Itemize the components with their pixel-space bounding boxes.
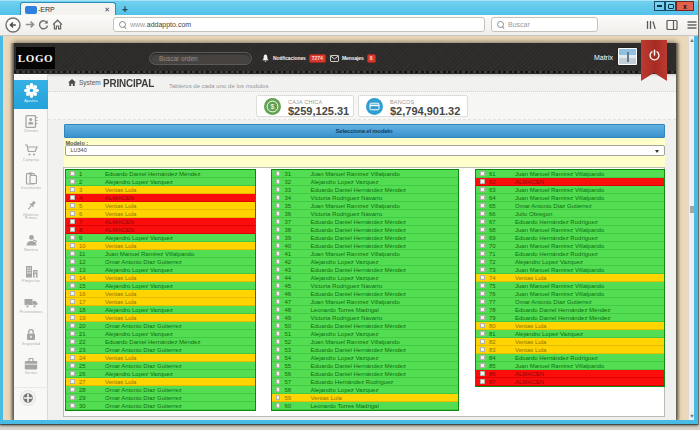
order-row[interactable]: 32Alejandro Lopez Vazquez (272, 178, 459, 186)
row-checkbox[interactable] (276, 299, 281, 304)
order-row[interactable]: 2Alejandro Lopez Vazquez (66, 178, 255, 186)
back-button[interactable] (5, 17, 21, 33)
order-row[interactable]: 45Victoria Rodriguez Navarro (272, 282, 459, 290)
order-row[interactable]: 24Ventas Lula (66, 354, 255, 362)
order-row[interactable]: 23Omar Antonio Diaz Gutierrez (66, 346, 255, 354)
menu-icon[interactable] (686, 19, 698, 31)
row-checkbox[interactable] (276, 259, 281, 264)
sidebar-item-inventarios[interactable]: Inventarios (14, 169, 48, 191)
sidebar-item-ventas[interactable]: Ventas (14, 355, 48, 376)
row-checkbox[interactable] (276, 179, 281, 184)
order-row[interactable]: 1Eduardo Daniel Hernández Méndez (66, 170, 255, 178)
row-checkbox[interactable] (70, 195, 75, 200)
scroll-up-icon[interactable]: ▲ (689, 37, 694, 43)
row-checkbox[interactable] (70, 331, 75, 336)
row-checkbox[interactable] (480, 299, 485, 304)
row-checkbox[interactable] (480, 235, 485, 240)
order-row[interactable]: 60Leonardo Torres Madrigal (272, 402, 459, 410)
row-checkbox[interactable] (276, 371, 281, 376)
order-row[interactable]: 65Omar Antonio Diaz Gutierrez (476, 202, 664, 210)
row-checkbox[interactable] (276, 291, 281, 296)
row-checkbox[interactable] (70, 227, 75, 232)
order-row[interactable]: 63Juan Manuel Ramirez Villalpando (476, 186, 664, 194)
row-checkbox[interactable] (480, 195, 485, 200)
row-checkbox[interactable] (276, 219, 281, 224)
row-checkbox[interactable] (70, 203, 75, 208)
row-checkbox[interactable] (70, 355, 75, 360)
order-row[interactable]: 62ALMACEN (476, 178, 664, 186)
order-row[interactable]: 15Alejandro Lopez Vazquez (66, 282, 255, 290)
row-checkbox[interactable] (70, 275, 75, 280)
order-row[interactable]: 67Eduardo Hernández Rodriguez (476, 218, 664, 226)
url-bar[interactable]: www.addappto.com (113, 17, 485, 32)
order-row[interactable]: 53Eduardo Daniel Hernández Méndez (272, 346, 459, 354)
order-row[interactable]: 20Omar Antonio Diaz Gutierrez (66, 322, 255, 330)
order-row[interactable]: 59Ventas Lula (272, 394, 459, 402)
row-checkbox[interactable] (480, 331, 485, 336)
order-row[interactable]: 19Ventas Lula (66, 314, 255, 322)
order-row[interactable]: 80Ventas Lula (476, 322, 664, 330)
row-checkbox[interactable] (276, 323, 281, 328)
order-row[interactable]: 31Juan Manuel Ramirez Villalpando (272, 170, 459, 178)
forward-button[interactable] (25, 20, 35, 29)
row-checkbox[interactable] (480, 347, 485, 352)
row-checkbox[interactable] (70, 171, 75, 176)
sidebar-item-proveedores[interactable]: Proveedores (14, 294, 48, 315)
library-icon[interactable] (645, 19, 657, 31)
order-row[interactable]: 33Eduardo Daniel Hernández Méndez (272, 186, 459, 194)
order-row[interactable]: 26Alejandro Lopez Vazquez (66, 370, 255, 378)
window-maximize-button[interactable] (665, 1, 676, 11)
order-row[interactable]: 11Juan Manuel Ramirez Villalpando (66, 250, 255, 258)
row-checkbox[interactable] (70, 323, 75, 328)
row-checkbox[interactable] (70, 251, 75, 256)
row-checkbox[interactable] (70, 339, 75, 344)
order-row[interactable]: 79Eduardo Daniel Hernández Méndez (476, 314, 664, 322)
sidebar-item-ajustes[interactable]: Ajustes (14, 80, 48, 109)
order-row[interactable]: 74Ventas Lula (476, 274, 664, 282)
user-avatar[interactable] (618, 48, 637, 65)
row-checkbox[interactable] (480, 171, 485, 176)
order-row[interactable]: 69Eduardo Hernández Rodriguez (476, 234, 664, 242)
order-row[interactable]: 42Alejandro Lopez Vazquez (272, 258, 459, 266)
tab-close-icon[interactable]: ✕ (104, 6, 110, 13)
row-checkbox[interactable] (70, 299, 75, 304)
breadcrumb[interactable]: System (68, 79, 101, 86)
row-checkbox[interactable] (70, 187, 75, 192)
app-logo[interactable]: LOGO (16, 47, 55, 69)
window-minimize-button[interactable] (654, 1, 665, 11)
row-checkbox[interactable] (70, 307, 75, 312)
row-checkbox[interactable] (480, 267, 485, 272)
order-search-input[interactable]: Buscar orden (149, 52, 252, 65)
row-checkbox[interactable] (70, 379, 75, 384)
row-checkbox[interactable] (276, 267, 281, 272)
row-checkbox[interactable] (276, 203, 281, 208)
messages-button[interactable]: Mensajes 8 (330, 52, 376, 64)
row-checkbox[interactable] (480, 323, 485, 328)
order-row[interactable]: 35Juan Manuel Ramirez Villalpando (272, 202, 459, 210)
window-close-button[interactable]: x (676, 1, 694, 11)
order-row[interactable]: 81Alejandro Lopez Vazquez (476, 330, 664, 338)
order-row[interactable]: 61Juan Manuel Ramirez Villalpando (476, 170, 664, 178)
row-checkbox[interactable] (276, 211, 281, 216)
row-checkbox[interactable] (276, 331, 281, 336)
sidebar-item-seguridad[interactable]: Seguridad (14, 325, 48, 347)
row-checkbox[interactable] (276, 235, 281, 240)
sidebar-toggle-icon[interactable] (666, 19, 678, 31)
row-checkbox[interactable] (276, 363, 281, 368)
order-row[interactable]: 87ALMACEN (476, 378, 664, 386)
order-row[interactable]: 47Juan Manuel Ramirez Villalpando (272, 298, 459, 306)
order-row[interactable]: 12Omar Antonio Diaz Gutierrez (66, 258, 255, 266)
row-checkbox[interactable] (480, 187, 485, 192)
order-row[interactable]: 85Juan Manuel Ramirez Villalpando (476, 362, 664, 370)
order-row[interactable]: 9Alejandro Lopez Vazquez (66, 234, 255, 242)
row-checkbox[interactable] (70, 259, 75, 264)
row-checkbox[interactable] (70, 363, 75, 368)
order-row[interactable]: 41Juan Manuel Ramirez Villalpando (272, 250, 459, 258)
order-row[interactable]: 68Juan Manuel Ramirez Villalpando (476, 226, 664, 234)
home-button[interactable] (52, 19, 63, 30)
order-row[interactable]: 48Leonardo Torres Madrigal (272, 306, 459, 314)
order-row[interactable]: 57Eduardo Hernández Rodriguez (272, 378, 459, 386)
order-row[interactable]: 25Omar Antonio Diaz Gutierrez (66, 362, 255, 370)
order-row[interactable]: 39Eduardo Daniel Hernández Méndez (272, 234, 459, 242)
order-row[interactable]: 46Eduardo Daniel Hernández Méndez (272, 290, 459, 298)
